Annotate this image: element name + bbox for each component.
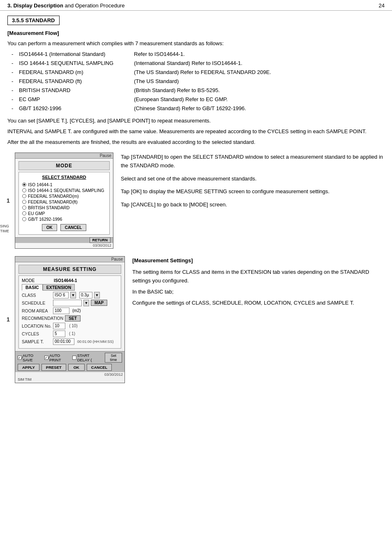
ms-sample-input[interactable] bbox=[53, 338, 74, 345]
auto-save-label[interactable]: ✓ AUTO SAVE bbox=[18, 353, 42, 362]
ms-schedule-label: SCHEDULE bbox=[22, 301, 51, 305]
schedule-dropdown-icon[interactable]: ▼ bbox=[83, 300, 89, 306]
ss-para1: Tap [STANDARD] to open the SELECT STANDA… bbox=[121, 153, 385, 170]
standard-row-3: - FEDERAL STANDARD (m) (The US Standard)… bbox=[12, 68, 385, 76]
tim-label2: TIM bbox=[25, 377, 32, 382]
ms-sample-row: SAMPLE T. 00:01:00 (HH:MM:SS) bbox=[22, 338, 118, 345]
tab-basic[interactable]: BASIC bbox=[22, 284, 43, 291]
auto-print-checkbox[interactable]: ✓ bbox=[44, 356, 48, 360]
ms-room-unit: (m2) bbox=[72, 308, 81, 313]
ms-inner: MODE ISO14644-1 BASIC EXTENSION CLASS ▼ bbox=[18, 275, 121, 349]
standards-list: - ISO14644-1 (International Standard) Re… bbox=[12, 50, 385, 113]
ms-text-para3: Configure the settings of CLASS, SCHEDUL… bbox=[132, 299, 385, 308]
ms-location-input[interactable] bbox=[53, 323, 65, 329]
class-dropdown-icon2[interactable]: ▼ bbox=[94, 292, 100, 298]
standard-row-7: - GB/T 16292-1996 (Chinese Standard) Ref… bbox=[12, 104, 385, 113]
radio-option-1[interactable]: ISO 14644-1 bbox=[22, 182, 106, 187]
radio-option-3[interactable]: FEDERAL STANDARD(m) bbox=[22, 194, 106, 199]
ms-schedule-row: SCHEDULE ▼ MAP bbox=[22, 300, 118, 306]
radio-option-2[interactable]: ISO 14644-1 SEQUENTIAL SAMPLING bbox=[22, 188, 106, 193]
auto-print-text: AUTO PRINT bbox=[49, 353, 70, 362]
page-header: 3. Display Description and Operation Pro… bbox=[0, 0, 392, 11]
return-button[interactable]: RETURN bbox=[90, 237, 111, 243]
radio-circle-6 bbox=[22, 211, 26, 215]
ms-bottom-row2: APPLY PRESET OK CANCEL bbox=[18, 364, 122, 371]
body-para3: After the all the measurements are finis… bbox=[7, 138, 385, 147]
ms-cycles-label: CYCLES bbox=[22, 331, 51, 336]
auto-print-label[interactable]: ✓ AUTO PRINT bbox=[44, 353, 70, 362]
measure-settings-text: [Measurement Settings] The setting items… bbox=[132, 256, 385, 310]
header-bold: 3. Display Description bbox=[7, 2, 63, 9]
radio-circle-3 bbox=[22, 194, 26, 198]
device-top-bar: Pause bbox=[15, 153, 113, 159]
ms-mode-label: MODE bbox=[22, 278, 51, 283]
ms-sample-hint: 00:01:00 (HH:MM:SS) bbox=[77, 340, 114, 344]
radio-option-7[interactable]: GB/T 16292-1996 bbox=[22, 217, 106, 222]
ms-text-para2: In the BASIC tab; bbox=[132, 288, 385, 296]
radio-circle-5 bbox=[22, 206, 26, 210]
auto-save-checkbox[interactable]: ✓ bbox=[18, 356, 22, 360]
start-delay-label[interactable]: START DELAY ( bbox=[72, 353, 102, 362]
class-dropdown-icon[interactable]: ▼ bbox=[70, 292, 76, 298]
ms-tabs: BASIC EXTENSION bbox=[22, 284, 118, 291]
ms-bottom-row1: ✓ AUTO SAVE ✓ AUTO PRINT START DELAY ( S… bbox=[18, 353, 122, 363]
radio-label-3: FEDERAL STANDARD(m) bbox=[28, 194, 79, 199]
ms-class-input1[interactable] bbox=[53, 292, 69, 298]
header-regular: and Operation Procedure bbox=[63, 2, 125, 9]
panel-number-1: 1 bbox=[7, 197, 10, 204]
ms-location-label: LOCATION No. bbox=[22, 324, 51, 328]
tab-extension[interactable]: EXTENSION bbox=[43, 284, 75, 291]
measure-setting-section: 1 Pause MEASURE SETTING MODE ISO14644-1 … bbox=[7, 256, 385, 383]
cancel-button[interactable]: CANCEL bbox=[60, 224, 87, 231]
main-content: [Measurement Flow] You can perform a mea… bbox=[0, 30, 392, 383]
ms-ok-button[interactable]: OK bbox=[68, 364, 85, 371]
preset-button[interactable]: PRESET bbox=[42, 364, 66, 371]
radio-circle-1 bbox=[22, 183, 26, 187]
ss-para2: Select and set one of the above measurem… bbox=[121, 174, 385, 183]
apply-button[interactable]: APPLY bbox=[18, 364, 39, 371]
sim-label2: SIM bbox=[18, 377, 24, 382]
radio-label-4: FEDERAL STANDARD(ft) bbox=[28, 199, 78, 204]
ms-cancel-button[interactable]: CANCEL bbox=[87, 364, 112, 371]
ms-recommendation-label: RECOMMENDATION bbox=[22, 316, 63, 321]
radio-circle-4 bbox=[22, 200, 26, 204]
panel-number-2: 1 bbox=[7, 316, 10, 323]
set-time-button[interactable]: Set time bbox=[105, 353, 122, 363]
device-bottom-bar: RETURN bbox=[15, 237, 113, 243]
set-button[interactable]: SET bbox=[65, 315, 80, 321]
radio-label-2: ISO 14644-1 SEQUENTIAL SAMPLING bbox=[28, 188, 104, 193]
standard-row-6: - EC GMP (European Standard) Refer to EC… bbox=[12, 95, 385, 104]
ms-cycles-row: CYCLES ( 1) bbox=[22, 331, 118, 337]
ms-class-input2[interactable] bbox=[79, 292, 92, 298]
ms-cycles-input[interactable] bbox=[53, 331, 65, 337]
ms-heading: [Measurement Settings] bbox=[132, 256, 385, 265]
radio-option-4[interactable]: FEDERAL STANDARD(ft) bbox=[22, 199, 106, 204]
select-standard-section: SING TIME 1 Pause MODE SELECT STANDARD I… bbox=[7, 153, 385, 249]
section-title: 3.5.5 STANDARD bbox=[7, 16, 60, 25]
measurement-flow-heading: [Measurement Flow] bbox=[7, 30, 385, 36]
ss-para3: Tap [OK] to display the MEASURE SETTING … bbox=[121, 187, 385, 196]
ms-class-row: CLASS ▼ ▼ bbox=[22, 292, 118, 298]
ms-title: MEASURE SETTING bbox=[18, 265, 121, 274]
standard-row-2: - ISO 14644-1 SEQUENTIAL SAMPLING (Inter… bbox=[12, 59, 385, 67]
intro-text: You can perform a measurement which comp… bbox=[7, 39, 385, 48]
ss-para4: Tap [CANCEL] to go back to [MODE] screen… bbox=[121, 200, 385, 209]
body-para2: INTERVAL and SAMPLE T. are configured wi… bbox=[7, 127, 385, 136]
radio-option-5[interactable]: BRITISH STANDARD bbox=[22, 205, 106, 210]
date-stamp-1: 03/30/2012 bbox=[15, 243, 113, 248]
ms-schedule-input[interactable] bbox=[53, 300, 82, 306]
mode-header: MODE bbox=[18, 161, 110, 170]
radio-option-6[interactable]: EU GMP bbox=[22, 211, 106, 216]
ok-button[interactable]: OK bbox=[42, 224, 57, 231]
standard-row-1: - ISO14644-1 (International Standard) Re… bbox=[12, 50, 385, 58]
header-text: 3. Display Description and Operation Pro… bbox=[7, 2, 125, 9]
start-delay-checkbox[interactable] bbox=[72, 356, 76, 360]
ms-room-row: ROOM AREA (m2) bbox=[22, 308, 118, 314]
sim-tim-row: SIM TIM bbox=[15, 377, 125, 383]
map-button[interactable]: MAP bbox=[91, 300, 107, 306]
select-standard-text: Tap [STANDARD] to open the SELECT STANDA… bbox=[121, 153, 385, 213]
standard-row-4: - FEDERAL STANDARD (ft) (The US Standard… bbox=[12, 77, 385, 86]
select-standard-panel: Pause MODE SELECT STANDARD ISO 14644-1 I… bbox=[15, 153, 113, 249]
radio-label-5: BRITISH STANDARD bbox=[28, 205, 69, 210]
ms-room-input[interactable] bbox=[53, 308, 69, 314]
